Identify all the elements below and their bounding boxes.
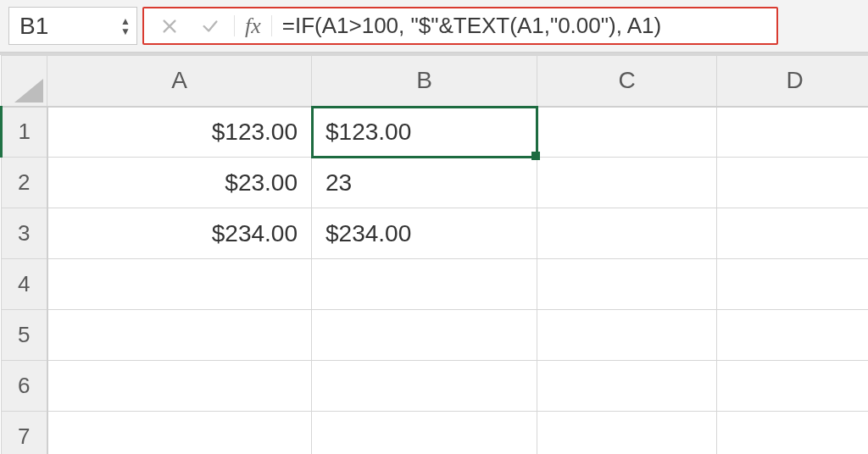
select-all-corner[interactable] — [2, 56, 47, 107]
cell-D7[interactable] — [717, 412, 869, 455]
separator — [234, 15, 235, 36]
enter-formula-button[interactable] — [193, 17, 227, 36]
cell-B3[interactable]: $234.00 — [312, 208, 537, 259]
row-header-3[interactable]: 3 — [2, 208, 47, 259]
row-header-1[interactable]: 1 — [2, 107, 47, 158]
cell-D4[interactable] — [717, 259, 869, 310]
cell-A1[interactable]: $123.00 — [47, 107, 312, 158]
cell-A5[interactable] — [47, 310, 312, 361]
cell-B2[interactable]: 23 — [312, 158, 537, 208]
formula-input[interactable]: =IF(A1>100, "$"&TEXT(A1,"0.00"), A1) — [279, 13, 661, 39]
cell-B1[interactable]: $123.00 — [312, 107, 537, 158]
cell-C6[interactable] — [537, 361, 717, 412]
spreadsheet-grid: A B C D 1 $123.00 $123.00 2 $23.00 23 — [0, 53, 868, 454]
cell-C7[interactable] — [537, 412, 717, 455]
row-header-7[interactable]: 7 — [2, 412, 47, 455]
formula-bar: B1 ▲ ▼ fx =IF(A1>100, "$"&TEXT(A1,"0.00"… — [0, 0, 868, 53]
cancel-formula-button[interactable] — [153, 17, 186, 36]
row-header-2[interactable]: 2 — [2, 158, 47, 208]
cell-C3[interactable] — [537, 208, 717, 259]
cell-B4[interactable] — [312, 259, 537, 310]
cell-C2[interactable] — [537, 158, 717, 208]
cell-D3[interactable] — [717, 208, 869, 259]
cell-C4[interactable] — [537, 259, 717, 310]
formula-area: fx =IF(A1>100, "$"&TEXT(A1,"0.00"), A1) — [142, 7, 778, 45]
cell-B5[interactable] — [312, 310, 537, 361]
fx-icon[interactable]: fx — [242, 14, 264, 39]
column-header-C[interactable]: C — [537, 56, 717, 107]
row-header-4[interactable]: 4 — [2, 259, 47, 310]
cell-D1[interactable] — [717, 107, 869, 158]
column-header-D[interactable]: D — [717, 56, 869, 107]
column-header-A[interactable]: A — [47, 56, 312, 107]
cell-D5[interactable] — [717, 310, 869, 361]
separator — [271, 15, 272, 36]
column-header-B[interactable]: B — [312, 56, 537, 107]
close-icon — [160, 17, 179, 36]
check-icon — [201, 17, 220, 36]
cell-C5[interactable] — [537, 310, 717, 361]
cell-A4[interactable] — [47, 259, 312, 310]
cell-A3[interactable]: $234.00 — [47, 208, 312, 259]
stepper-up-icon[interactable]: ▲ — [120, 16, 131, 26]
row-header-6[interactable]: 6 — [2, 361, 47, 412]
cell-A6[interactable] — [47, 361, 312, 412]
cell-B7[interactable] — [312, 412, 537, 455]
cell-B6[interactable] — [312, 361, 537, 412]
name-box[interactable]: B1 ▲ ▼ — [8, 7, 137, 45]
row-header-5[interactable]: 5 — [2, 310, 47, 361]
stepper-down-icon[interactable]: ▼ — [120, 26, 131, 36]
cell-D6[interactable] — [717, 361, 869, 412]
cell-A7[interactable] — [47, 412, 312, 455]
name-box-stepper[interactable]: ▲ ▼ — [120, 16, 131, 36]
cell-D2[interactable] — [717, 158, 869, 208]
cell-A2[interactable]: $23.00 — [47, 158, 312, 208]
cell-reference: B1 — [19, 13, 48, 40]
cell-C1[interactable] — [537, 107, 717, 158]
